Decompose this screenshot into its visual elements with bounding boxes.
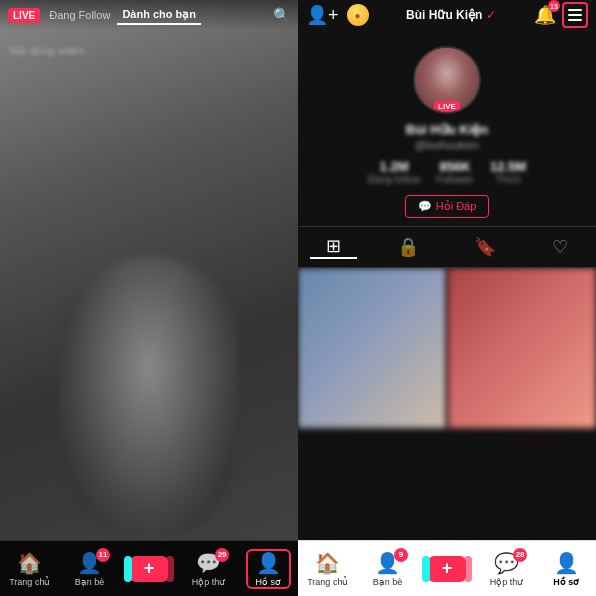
bookmark-icon: 🔖 xyxy=(474,236,496,258)
right-panel: 👤+ ● Bùi Hữu Kiện ✓ 🔔 13 LIVE xyxy=(298,0,596,596)
notification-badge: 13 xyxy=(548,0,560,12)
right-home-icon: 🏠 xyxy=(315,551,340,575)
right-nav-home-label: Trang chủ xyxy=(307,577,348,587)
left-bottom-nav: 🏠 Trang chủ 👤 11 Bạn bè + 💬 29 Hộp thư 👤… xyxy=(0,540,298,596)
left-top-bar: LIVE Đang Follow Dành cho bạn 🔍 xyxy=(0,0,298,30)
left-nav-friends-label: Bạn bè xyxy=(75,577,105,587)
menu-button[interactable] xyxy=(562,2,588,28)
right-nav-profile-label: Hồ sơ xyxy=(553,577,579,587)
left-nav-plus[interactable]: + xyxy=(126,556,171,582)
friends-badge: 11 xyxy=(96,548,110,562)
left-nav-inbox-label: Hộp thư xyxy=(192,577,226,587)
left-nav-home[interactable]: 🏠 Trang chủ xyxy=(7,551,52,587)
right-top-bar: 👤+ ● Bùi Hữu Kiện ✓ 🔔 13 xyxy=(298,0,596,30)
profile-name: Bùi Hữu Kiện xyxy=(406,122,488,137)
avatar: LIVE xyxy=(413,46,481,114)
verified-icon: ✓ xyxy=(486,8,496,22)
right-nav-inbox[interactable]: 💬 28 Hộp thư xyxy=(484,551,529,587)
stat-likes-label: Thích xyxy=(496,174,521,185)
videos-icon: ⊞ xyxy=(326,235,341,257)
username-text: Bùi Hữu Kiện xyxy=(406,8,482,22)
stat-following-label: Đang follow xyxy=(368,174,420,185)
search-icon[interactable]: 🔍 xyxy=(273,7,290,23)
right-top-right-icons: 🔔 13 xyxy=(534,2,588,28)
stat-likes-value: 12.5M xyxy=(490,159,526,174)
right-friends-badge: 9 xyxy=(394,548,408,562)
content-tabs: ⊞ 🔒 🔖 ♡ xyxy=(298,226,596,268)
stat-following-value: 1.2M xyxy=(380,159,409,174)
right-inbox-badge: 28 xyxy=(513,548,527,562)
username-section: Bùi Hữu Kiện ✓ xyxy=(406,8,496,22)
add-friend-icon[interactable]: 👤+ xyxy=(306,4,339,26)
profile-section: LIVE Bùi Hữu Kiện @buihuukien 1.2M Đang … xyxy=(298,30,596,226)
tab-foryou[interactable]: Dành cho bạn xyxy=(117,6,201,25)
left-nav-profile[interactable]: 👤 Hồ sơ xyxy=(246,549,291,589)
heart-icon: ♡ xyxy=(552,236,568,258)
tab-videos[interactable]: ⊞ xyxy=(310,235,357,259)
stat-following: 1.2M Đang follow xyxy=(368,159,420,185)
qa-label: Hỏi Đáp xyxy=(436,200,477,213)
tab-heart[interactable]: ♡ xyxy=(536,235,584,259)
right-plus-button[interactable]: + xyxy=(428,556,466,582)
left-nav-inbox[interactable]: 💬 29 Hộp thư xyxy=(186,551,231,587)
right-nav-profile[interactable]: 👤 Hồ sơ xyxy=(544,551,589,587)
inbox-badge: 29 xyxy=(215,548,229,562)
left-nav-profile-label: Hồ sơ xyxy=(255,577,281,587)
plus-icon: + xyxy=(144,558,155,579)
tab-follow[interactable]: Đang Follow xyxy=(44,7,115,23)
right-profile-icon: 👤 xyxy=(554,551,579,575)
profile-icon: 👤 xyxy=(256,551,281,575)
right-nav-friends-label: Bạn bè xyxy=(373,577,403,587)
avatar-live-badge: LIVE xyxy=(434,101,460,112)
home-icon: 🏠 xyxy=(17,551,42,575)
left-panel: LIVE Đang Follow Dành cho bạn 🔍 Nội dung… xyxy=(0,0,298,596)
video-person xyxy=(59,256,239,536)
stat-likes: 12.5M Thích xyxy=(490,159,526,185)
qa-button[interactable]: 💬 Hỏi Đáp xyxy=(405,195,490,218)
stat-followers-value: 856K xyxy=(440,159,471,174)
right-nav-plus[interactable]: + xyxy=(424,556,469,582)
tab-liked[interactable]: 🔒 xyxy=(381,235,435,259)
video-thumb-2[interactable] xyxy=(448,268,596,428)
right-nav-home[interactable]: 🏠 Trang chủ xyxy=(305,551,350,587)
stat-followers-label: Follower xyxy=(436,174,474,185)
right-bottom-nav: 🏠 Trang chủ 👤 9 Bạn bè + 💬 28 Hộp thư 👤 … xyxy=(298,540,596,596)
video-thumb-1[interactable] xyxy=(298,268,446,428)
right-nav-inbox-label: Hộp thư xyxy=(490,577,524,587)
left-tab-row: Đang Follow Dành cho bạn xyxy=(44,6,269,25)
qa-icon: 💬 xyxy=(418,200,432,213)
right-nav-friends[interactable]: 👤 9 Bạn bè xyxy=(365,551,410,587)
right-plus-icon: + xyxy=(442,558,453,579)
notification-icon[interactable]: 🔔 13 xyxy=(534,4,556,26)
coin-icon[interactable]: ● xyxy=(347,4,369,26)
plus-button[interactable]: + xyxy=(130,556,168,582)
left-nav-home-label: Trang chủ xyxy=(9,577,50,587)
lock-icon: 🔒 xyxy=(397,236,419,258)
profile-handle: @buihuukien xyxy=(415,139,479,151)
tab-saved[interactable]: 🔖 xyxy=(458,235,512,259)
hamburger-icon xyxy=(568,9,582,21)
left-nav-friends[interactable]: 👤 11 Bạn bè xyxy=(67,551,112,587)
stat-followers: 856K Follower xyxy=(436,159,474,185)
overlay-text: Nội dung video... xyxy=(10,45,93,58)
profile-stats: 1.2M Đang follow 856K Follower 12.5M Thí… xyxy=(368,159,526,185)
live-badge: LIVE xyxy=(8,8,40,23)
right-top-left-icons: 👤+ ● xyxy=(306,4,369,26)
